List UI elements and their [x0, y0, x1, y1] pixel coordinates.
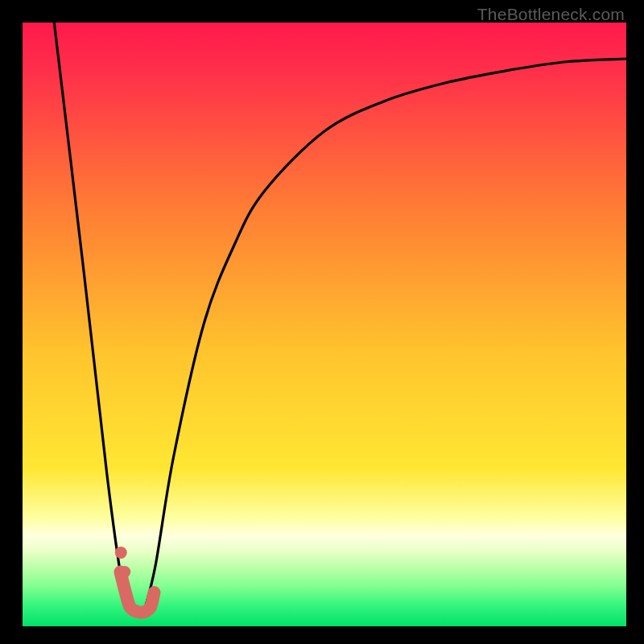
marker-valley	[121, 572, 155, 613]
curve-right-branch	[143, 59, 626, 614]
marker-dot	[115, 547, 127, 559]
curve-left-branch	[53, 23, 132, 614]
watermark-text: TheBottleneck.com	[477, 5, 625, 24]
chart-frame: TheBottleneck.com	[0, 0, 644, 644]
curve-layer	[23, 23, 626, 626]
plot-area	[23, 23, 626, 626]
marker-dot	[118, 566, 130, 578]
